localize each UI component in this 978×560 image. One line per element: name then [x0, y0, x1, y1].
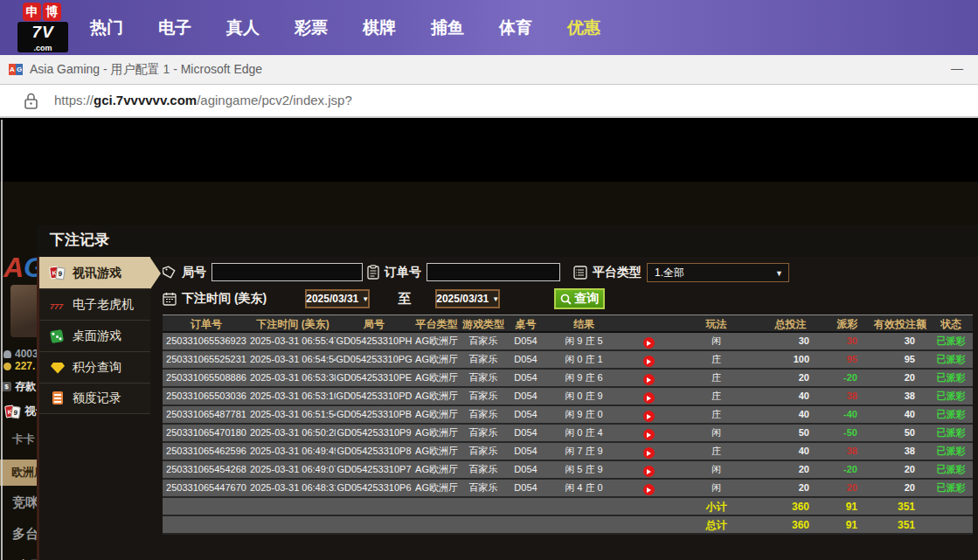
platform-type-select[interactable]: 1.全部 ▼ — [647, 263, 789, 282]
replay-play-icon[interactable] — [643, 374, 655, 385]
nav-item-fishing[interactable]: 捕鱼 — [431, 17, 464, 39]
tag-icon — [163, 266, 177, 280]
cell-payout: 20 — [823, 480, 871, 496]
panel-content: 局号 订单号 平台类型 1.全部 ▼ 下注时间 (美东) — [150, 257, 978, 560]
cell-order: 250331065487781 — [163, 406, 250, 423]
total-valid: 351 — [871, 516, 929, 534]
table-row: 2503310655369232025-03-31 06:55:47GD0542… — [163, 333, 973, 351]
bg-menu-kaka: 卡卡 — [12, 432, 35, 447]
bg-menu-multi-table: 多台 — [12, 526, 38, 543]
replay-play-icon[interactable] — [643, 356, 655, 367]
cell-play: 闲 — [675, 425, 758, 441]
cell-platform: AG欧洲厅 — [413, 425, 461, 441]
cell-table: D054 — [506, 333, 545, 349]
cell-game: 百家乐 — [461, 425, 506, 441]
chevron-down-icon: ▼ — [362, 295, 369, 303]
cell-round: GD054253310PG — [336, 351, 413, 368]
cell-play: 闲 — [675, 461, 758, 478]
url-bar[interactable]: https://gci.7vvvvvv.com/agingame/pcv2/in… — [0, 85, 978, 118]
total-row: 总计 360 91 351 — [163, 516, 973, 535]
cell-result: 闲 9 庄 0 — [545, 406, 622, 423]
nav-item-lottery[interactable]: 彩票 — [295, 17, 328, 39]
cell-payout: 95 — [823, 351, 871, 368]
cell-result: 闲 4 庄 0 — [545, 480, 622, 496]
url-scheme: https:// — [54, 93, 94, 107]
sidebar-item-slot-machines[interactable]: 777 电子老虎机 — [39, 288, 150, 320]
nav-item-hot[interactable]: 热门 — [90, 17, 123, 39]
cell-platform: AG欧洲厅 — [413, 480, 461, 496]
replay-cell — [622, 443, 675, 460]
cell-platform: AG欧洲厅 — [413, 461, 461, 478]
cell-table: D054 — [506, 480, 545, 496]
date-from-picker[interactable]: 2025/03/31▼ — [305, 289, 370, 308]
sidebar-item-table-games[interactable]: 桌面游戏 — [39, 320, 150, 351]
site-logo[interactable]: 申 博 7V .com — [17, 3, 75, 53]
cell-status: 已派彩 — [929, 443, 973, 460]
replay-play-icon[interactable] — [643, 411, 655, 422]
cards-icon: K9 — [5, 405, 21, 419]
cell-valid: 38 — [871, 443, 929, 460]
cell-table: D054 — [506, 406, 545, 423]
betting-records-panel: 下注记录 K9 视讯游戏 777 电子老虎机 桌面游戏 积分查询 额度记录 — [37, 225, 978, 560]
round-input[interactable] — [212, 263, 363, 281]
cell-game: 百家乐 — [461, 443, 506, 460]
replay-cell — [622, 406, 675, 423]
cell-time: 2025-03-31 06:54:54 — [250, 351, 336, 368]
table-row: 2503310655252312025-03-31 06:54:54GD0542… — [163, 351, 973, 370]
col-game-type: 游戏类型 — [461, 315, 506, 331]
replay-play-icon[interactable] — [643, 447, 655, 459]
col-result: 结果 — [545, 315, 622, 331]
platform-type-label: 平台类型 — [593, 265, 642, 280]
sidebar-item-label: 积分查询 — [73, 360, 121, 376]
table-row: 2503310654476702025-03-31 06:48:31GD0542… — [163, 480, 973, 498]
table-body: 2503310655369232025-03-31 06:55:47GD0542… — [163, 333, 973, 498]
table-row: 2503310654877812025-03-31 06:51:54GD0542… — [163, 406, 973, 425]
replay-play-icon[interactable] — [643, 484, 655, 495]
bet-time-label: 下注时间 (美东) — [182, 291, 267, 307]
query-button[interactable]: 查询 — [554, 288, 605, 309]
sidebar-item-video-games[interactable]: K9 视讯游戏 — [39, 257, 150, 288]
col-play: 玩法 — [675, 315, 758, 331]
cell-bet: 20 — [758, 480, 823, 496]
nav-item-promo[interactable]: 优惠 — [567, 17, 600, 39]
nav-menu: 热门 电子 真人 彩票 棋牌 捕鱼 体育 优惠 — [90, 0, 600, 55]
chevron-down-icon: ▼ — [492, 295, 499, 303]
cell-table: D054 — [506, 388, 545, 404]
replay-play-icon[interactable] — [643, 337, 655, 349]
order-filter: 订单号 — [367, 263, 560, 281]
nav-item-board[interactable]: 棋牌 — [363, 17, 396, 39]
subtotal-label: 小计 — [675, 498, 758, 515]
cell-play: 庄 — [675, 388, 758, 404]
sidebar-item-credit-records[interactable]: 额度记录 — [39, 383, 150, 414]
replay-play-icon[interactable] — [643, 466, 655, 477]
cell-payout: 30 — [823, 333, 871, 349]
sidebar-item-points-query[interactable]: 积分查询 — [39, 351, 150, 383]
replay-cell — [622, 425, 675, 441]
date-to-picker[interactable]: 2025/03/31▼ — [435, 289, 500, 308]
bets-table: 订单号 下注时间 (美东) 局号 平台类型 游戏类型 桌号 结果 玩法 总投注 … — [163, 315, 973, 535]
sidebar-item-label: 电子老虎机 — [73, 297, 134, 313]
cell-game: 百家乐 — [461, 333, 506, 349]
cell-game: 百家乐 — [461, 406, 506, 423]
balance-fragment: 227. — [3, 360, 35, 372]
cell-valid: 38 — [871, 388, 929, 404]
nav-item-sports[interactable]: 体育 — [499, 17, 532, 39]
table-row: 2503310654625962025-03-31 06:49:49GD0542… — [163, 443, 973, 461]
address-text[interactable]: https://gci.7vvvvvv.com/agingame/pcv2/in… — [54, 93, 352, 107]
replay-play-icon[interactable] — [643, 392, 655, 404]
cell-payout: -50 — [823, 425, 871, 441]
minimize-button[interactable]: — — [948, 60, 966, 78]
col-table: 桌号 — [506, 315, 545, 331]
cell-round: GD054253310PH — [336, 333, 413, 349]
replay-play-icon[interactable] — [643, 429, 655, 440]
table-row: 2503310655030362025-03-31 06:53:10GD0542… — [163, 388, 973, 406]
cell-table: D054 — [506, 351, 545, 368]
sidebar-item-label: 桌面游戏 — [73, 328, 121, 344]
cell-time: 2025-03-31 06:49:49 — [250, 443, 336, 460]
order-number-input[interactable] — [427, 263, 560, 281]
nav-item-slots[interactable]: 电子 — [158, 17, 191, 39]
logo-tld: .com — [17, 43, 68, 52]
cell-round: GD054253310P6 — [336, 480, 413, 496]
cell-order: 250331065503036 — [163, 388, 250, 404]
nav-item-live[interactable]: 真人 — [226, 17, 260, 39]
